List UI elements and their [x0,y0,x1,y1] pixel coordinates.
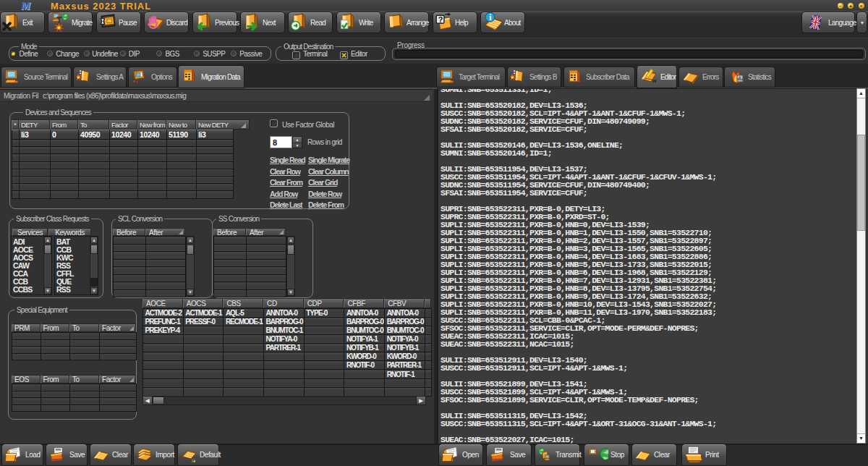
svg-text:?: ? [438,15,443,24]
svg-text:w: w [652,78,657,83]
